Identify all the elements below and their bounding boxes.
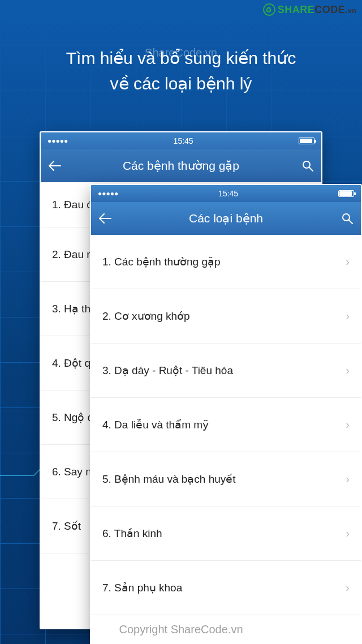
list-item[interactable]: 7. Sản phụ khoa ›	[91, 561, 361, 615]
back-button[interactable]	[99, 213, 116, 224]
chevron-right-icon: ›	[346, 473, 350, 486]
category-list: 1. Các bệnh thường gặp › 2. Cơ xương khớ…	[91, 235, 361, 615]
list-item[interactable]: 6. Thần kinh ›	[91, 506, 361, 561]
list-item[interactable]: 2. Cơ xương khớp ›	[91, 289, 361, 344]
list-item-label: 7. Sản phụ khoa	[102, 581, 182, 594]
list-item-label: 7. Sốt	[52, 520, 81, 533]
search-button[interactable]	[296, 160, 313, 171]
arrow-left-icon	[49, 161, 61, 171]
nav-bar: Các loại bệnh	[91, 202, 361, 235]
list-item-label: 6. Thần kinh	[102, 527, 162, 540]
brand-word-b: CODE	[314, 4, 345, 15]
list-item[interactable]: 3. Dạ dày - Ruột - Tiêu hóa ›	[91, 344, 361, 398]
back-button[interactable]	[49, 161, 66, 171]
search-button[interactable]	[336, 213, 353, 224]
list-item-label: 5. Bệnh máu và bạch huyết	[102, 473, 236, 486]
status-bar: ●●●●● 15:45	[91, 185, 361, 202]
svg-line-3	[349, 220, 352, 224]
list-item[interactable]: 4. Da liễu và thẩm mỹ ›	[91, 398, 361, 452]
headline-line1: Tìm hiểu và bổ sung kiến thức	[28, 45, 334, 71]
list-item-label: 2. Cơ xương khớp	[102, 310, 190, 323]
battery-icon	[299, 138, 314, 144]
search-icon	[342, 213, 353, 224]
list-item-label: 4. Da liễu và thẩm mỹ	[102, 418, 209, 431]
chevron-right-icon: ›	[346, 310, 350, 323]
status-time: 15:45	[174, 136, 193, 145]
search-icon	[302, 160, 313, 171]
brand-watermark-top: ♻ SHARECODE.vn	[263, 3, 356, 16]
signal-dots-icon: ●●●●●	[98, 190, 118, 197]
list-item[interactable]: 1. Các bệnh thường gặp ›	[91, 235, 361, 289]
list-item-label: 1. Các bệnh thường gặp	[102, 255, 221, 268]
nav-title: Các bệnh thường gặp	[66, 159, 296, 173]
headline-line2: về các loại bệnh lý	[28, 71, 334, 96]
chevron-right-icon: ›	[346, 418, 350, 431]
nav-bar: Các bệnh thường gặp	[41, 149, 321, 182]
svg-line-1	[309, 168, 313, 171]
brand-tld: .vn	[346, 7, 356, 15]
phone-screenshot-front: ●●●●● 15:45 Các loại bệnh 1. Các bệnh th…	[90, 184, 362, 644]
nav-title: Các loại bệnh	[116, 212, 336, 225]
status-bar: ●●●●● 15:45	[41, 132, 321, 149]
arrow-left-icon	[99, 213, 111, 224]
chevron-right-icon: ›	[346, 255, 350, 268]
chevron-right-icon: ›	[346, 527, 350, 540]
svg-point-0	[303, 161, 310, 168]
signal-dots-icon: ●●●●●	[48, 138, 68, 144]
list-item[interactable]: 5. Bệnh máu và bạch huyết ›	[91, 452, 361, 506]
svg-point-2	[343, 214, 350, 221]
list-item-label: 3. Dạ dày - Ruột - Tiêu hóa	[102, 364, 233, 377]
chevron-right-icon: ›	[346, 364, 350, 377]
chevron-right-icon: ›	[346, 581, 350, 594]
battery-icon	[338, 190, 354, 197]
brand-word-a: SHARE	[278, 4, 315, 15]
promo-headline: Tìm hiểu và bổ sung kiến thức về các loạ…	[0, 45, 362, 96]
status-time: 15:45	[218, 189, 238, 198]
recycle-icon: ♻	[263, 3, 275, 16]
